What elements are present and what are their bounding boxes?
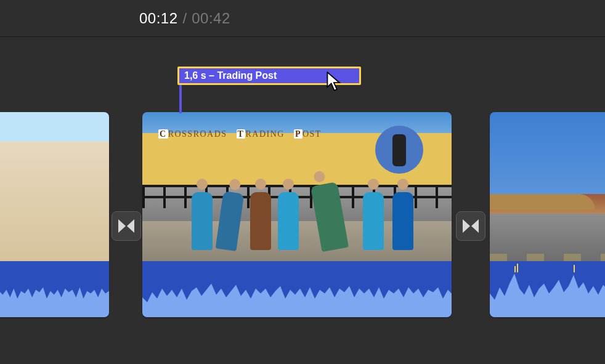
playhead-total-time: 00:42 (192, 10, 230, 27)
video-clip-3[interactable] (490, 112, 605, 317)
video-clip-1[interactable] (0, 112, 109, 317)
svg-rect-1 (517, 264, 518, 272)
clip-2-thumbnail: CROSSROADS TRADING POST P (142, 112, 452, 261)
playhead-current-time: 00:12 (139, 10, 178, 27)
svg-rect-2 (574, 265, 575, 272)
svg-rect-0 (514, 266, 516, 272)
title-clip-connector (179, 85, 182, 113)
clip-1-audio-waveform[interactable] (0, 261, 109, 317)
transition-1[interactable] (112, 211, 141, 241)
clip-3-audio-waveform[interactable] (490, 261, 605, 317)
transition-icon (117, 217, 136, 235)
mural-graphic (375, 126, 423, 174)
clip-1-thumbnail (0, 112, 109, 261)
video-clip-2[interactable]: CROSSROADS TRADING POST P (142, 112, 452, 317)
timeline[interactable]: 1,6 s – Trading Post CROSSROADS TRADING … (0, 37, 605, 364)
transition-icon (461, 217, 480, 235)
clip-3-thumbnail (490, 112, 605, 261)
storefront-sign: CROSSROADS TRADING POST (158, 129, 322, 139)
title-clip-label: 1,6 s – Trading Post (184, 70, 277, 81)
timeline-toolbar: 00:12 / 00:42 (0, 0, 605, 37)
title-clip[interactable]: 1,6 s – Trading Post (177, 67, 361, 85)
time-separator: / (183, 10, 187, 27)
clip-2-audio-waveform[interactable] (142, 261, 452, 317)
people-graphic (142, 176, 452, 250)
transition-2[interactable] (456, 211, 485, 241)
